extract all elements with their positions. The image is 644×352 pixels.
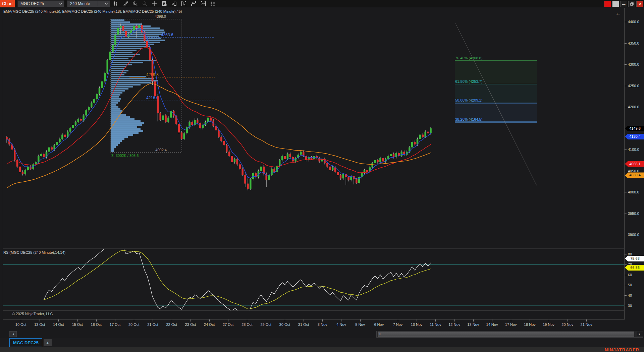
zoom-out-icon[interactable] xyxy=(141,1,149,7)
date-tick-label: 10 Oct xyxy=(15,322,26,327)
add-tab-button[interactable]: + xyxy=(44,339,52,346)
scroll-to-start-icon[interactable]: ← xyxy=(615,10,621,16)
zoom-in-icon[interactable] xyxy=(131,1,139,7)
date-tick xyxy=(586,319,587,321)
price-axis[interactable]: 4400.04350.04300.04250.04200.04100.04050… xyxy=(625,7,644,319)
date-tick xyxy=(549,319,549,321)
price-tick xyxy=(625,150,627,150)
date-tick-label: 20 Nov xyxy=(561,322,573,327)
chevron-down-icon xyxy=(103,3,110,5)
date-tick xyxy=(172,319,172,321)
horizontal-line-label: 4269.8 xyxy=(146,72,159,77)
snapshot-icon[interactable] xyxy=(199,1,207,7)
date-tick-label: 21 Nov xyxy=(581,322,592,327)
horizontal-line-label: 4216.0 xyxy=(146,96,159,100)
price-marker: 4149.6 xyxy=(625,126,644,131)
crosshair-icon[interactable] xyxy=(151,1,159,7)
rsi-tick-label: 40 xyxy=(628,294,632,297)
rsi-tick-label: 80 xyxy=(628,252,632,256)
date-tick xyxy=(568,319,568,321)
date-tick xyxy=(341,319,341,321)
price-tick-label: 4300.0 xyxy=(628,63,639,66)
data-series-icon[interactable] xyxy=(180,1,188,7)
date-tick-label: 22 Oct xyxy=(166,322,177,327)
date-tick xyxy=(247,319,247,321)
tab-bar: MGC DEC25 + xyxy=(0,338,644,347)
date-tick xyxy=(454,319,455,321)
rsi-tick xyxy=(625,275,627,275)
date-tick xyxy=(153,319,153,321)
interval-link-button[interactable] xyxy=(612,1,619,7)
horizontal-scrollbar[interactable]: ‖ ► xyxy=(376,331,643,338)
profile-high-label: 4398.0 xyxy=(155,14,166,18)
date-tick-label: 11 Nov xyxy=(430,322,441,327)
properties-icon[interactable] xyxy=(209,1,217,7)
scrollbar-grip: ‖ xyxy=(379,333,381,336)
tab-mgc-dec25[interactable]: MGC DEC25 xyxy=(9,338,42,347)
date-tick xyxy=(266,319,266,321)
report-icon[interactable] xyxy=(160,1,168,7)
fib-level-label: 38.20% (4164.5) xyxy=(455,117,482,121)
date-tick xyxy=(511,319,511,321)
price-marker: 4066.1 xyxy=(625,161,644,167)
chart-style-icon[interactable] xyxy=(112,1,120,7)
draw-icon[interactable] xyxy=(121,1,129,7)
rsi-tick-label: 60 xyxy=(628,273,632,277)
date-tick xyxy=(304,319,304,321)
volume-profile: 4398.04092.4Σ: 3002K / 305.6 xyxy=(111,14,182,158)
date-tick xyxy=(492,319,492,321)
date-tick-label: 4 Nov xyxy=(336,322,346,327)
instrument-link-button[interactable] xyxy=(604,1,611,7)
date-tick xyxy=(96,319,97,321)
rsi-tick xyxy=(625,285,627,285)
minimize-button[interactable]: — xyxy=(620,1,627,7)
ninjatrader-logo: NINJATRADER xyxy=(605,347,639,352)
date-tick xyxy=(228,319,228,321)
instrument-selector[interactable]: MGC DEC25 xyxy=(17,0,64,7)
price-tick-label: 4200.0 xyxy=(628,105,639,109)
fib-level-label: 76.40% (4308.8) xyxy=(455,56,482,60)
date-tick xyxy=(134,319,134,321)
close-button[interactable]: ✕ xyxy=(636,1,643,7)
fib-level-label: 61.80% (4253.7) xyxy=(455,79,482,83)
interval-selector[interactable]: 240 Minute xyxy=(67,0,110,7)
date-tick xyxy=(417,319,417,321)
date-tick xyxy=(58,319,59,321)
date-tick-label: 31 Oct xyxy=(298,322,309,327)
send-to-icon[interactable] xyxy=(170,1,178,7)
date-tick xyxy=(360,319,361,321)
interval-selector-value: 240 Minute xyxy=(67,1,93,6)
date-tick-label: 24 Oct xyxy=(204,322,215,327)
date-tick xyxy=(530,319,530,321)
date-tick-label: 6 Nov xyxy=(374,322,384,327)
candles xyxy=(6,23,432,190)
tab-scroll-left-button[interactable]: ◄ xyxy=(9,331,17,337)
ema-18-line xyxy=(7,48,431,173)
scrollbar-right-button[interactable]: ► xyxy=(637,332,643,336)
date-tick-label: 17 Nov xyxy=(505,322,517,327)
scrollbar-thumb[interactable]: ‖ xyxy=(378,332,634,337)
date-tick xyxy=(473,319,474,321)
drawing-tools-icon[interactable] xyxy=(190,1,198,7)
restore-button[interactable] xyxy=(628,1,635,7)
window-menu-badge[interactable]: Chart xyxy=(0,0,15,7)
horizontal-line: 4363.6 xyxy=(144,33,215,37)
price-tick-label: 4350.0 xyxy=(628,42,639,45)
date-tick-label: 17 Oct xyxy=(110,322,120,327)
date-axis[interactable]: 10 Oct13 Oct14 Oct15 Oct16 Oct17 Oct20 O… xyxy=(0,319,625,331)
profile-sum-label: Σ: 3002K / 305.6 xyxy=(111,154,139,158)
date-tick-label: 5 Nov xyxy=(355,322,365,327)
date-tick xyxy=(77,319,78,321)
price-tick-label: 4050.0 xyxy=(628,169,639,173)
price-marker: 4130.4 xyxy=(625,134,644,139)
price-tick xyxy=(625,214,627,214)
ema-45-line xyxy=(7,84,431,188)
status-bar: NINJATRADER xyxy=(0,347,644,352)
candlestick-chart: 76.40% (4308.8)61.80% (4253.7)50.00% (42… xyxy=(0,0,644,352)
date-tick-label: 14 Nov xyxy=(486,322,498,327)
date-tick-label: 19 Nov xyxy=(543,322,554,327)
date-tick xyxy=(21,319,21,321)
date-tick-label: 18 Nov xyxy=(524,322,536,327)
indicator-label: EMA(MGC DEC25 (240 Minute),5), EMA(MGC D… xyxy=(3,9,182,13)
price-tick xyxy=(625,235,627,235)
